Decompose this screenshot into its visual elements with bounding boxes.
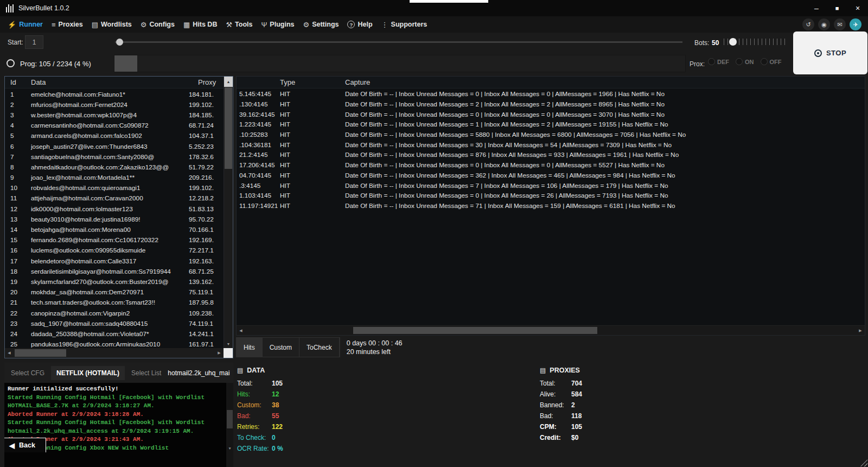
- table-row[interactable]: 17belendetoro@hotmail.com:Calle3317192.1…: [5, 256, 224, 266]
- cell-id: 14: [5, 226, 27, 234]
- progress-text: Prog: 105 / 2234 (4 %): [20, 60, 91, 68]
- cell-id: 22: [5, 310, 27, 317]
- table-row[interactable]: 20mokhdar_sa@hotmail.com:Dem27097175.119…: [5, 287, 224, 298]
- table-row[interactable]: 19skylarmcfarland270@outlook.com:Buster2…: [5, 276, 224, 287]
- selected-wordlist-button[interactable]: hotmail2.2k_uhq_mail_access: [168, 369, 230, 377]
- nav-item-settings[interactable]: ⚙Settings: [299, 19, 343, 30]
- prox-option-def[interactable]: DEF: [708, 58, 729, 65]
- scroll-right-button[interactable]: ▶: [215, 348, 224, 358]
- minimize-button[interactable]: –: [806, 0, 827, 16]
- table-row[interactable]: 11.197:14921HITDate Of Birth = -- | Inbo…: [237, 201, 865, 211]
- combo-table-body[interactable]: 1emelche@hotmail.com:Fiatuno1*184.181.2m…: [5, 89, 224, 348]
- table-row[interactable]: 8ahmedaitkadour@outlook.com:Zakaziko123@…: [5, 162, 224, 172]
- scroll-up-button[interactable]: ▲: [224, 77, 233, 87]
- vscroll-thumb[interactable]: [225, 87, 232, 169]
- scroll-left-button[interactable]: ◀: [5, 348, 14, 358]
- stop-button[interactable]: STOP: [793, 31, 867, 74]
- table-row[interactable]: 16luclems@outlook.com:090955diksmuide72.…: [5, 245, 224, 256]
- hscroll-thumb[interactable]: [15, 349, 66, 357]
- resize-grip[interactable]: [860, 459, 867, 466]
- stat-label: Banned:: [540, 401, 571, 409]
- table-row[interactable]: 1.103:4145HITDate Of Birth = -- | Inbox …: [237, 191, 865, 201]
- start-position-slider[interactable]: [115, 39, 682, 46]
- back-button[interactable]: ◀ Back: [4, 438, 46, 452]
- table-row[interactable]: .10:25283HITDate Of Birth = -- | Inbox U…: [237, 130, 865, 140]
- table-row[interactable]: 24dadada_250388@hotmail.com:Violeta07*14…: [5, 329, 224, 339]
- nav-item-supporters[interactable]: ⋮Supporters: [377, 19, 432, 30]
- log-scroll-thumb[interactable]: [227, 410, 233, 428]
- table-row[interactable]: 5armand.carels@hotmail.com:falco1902104.…: [5, 131, 224, 141]
- screenshot-button[interactable]: ◉: [818, 18, 830, 30]
- log-console[interactable]: Runner initialized succesfully!Started R…: [4, 383, 233, 467]
- cell-type: HIT: [280, 161, 345, 169]
- table-row[interactable]: 4carmensantinho@hotmail.com:Cs09087268.7…: [5, 121, 224, 131]
- combo-table-vscrollbar[interactable]: ▲ ▼: [224, 77, 233, 348]
- table-row[interactable]: 25pandukas1986@outlook.com:Arminukas2010…: [5, 339, 224, 349]
- table-row[interactable]: 3w.bester@hotmail.com:wpk1007p@4184.185.: [5, 110, 224, 120]
- table-row[interactable]: 21.2:4145HITDate Of Birth = -- | Inbox U…: [237, 150, 865, 160]
- combo-table-panel: IdDataProxy 1emelche@hotmail.com:Fiatuno…: [4, 76, 233, 358]
- cell-id: 7: [5, 153, 27, 161]
- telegram-button[interactable]: ✈: [850, 18, 861, 30]
- scroll-down-icon[interactable]: ▼: [226, 445, 233, 453]
- results-table-body[interactable]: 5.145:4145HITDate Of Birth = -- | Inbox …: [237, 89, 865, 325]
- bots-slider[interactable]: [724, 37, 787, 46]
- tab-custom[interactable]: Custom: [263, 337, 299, 357]
- nav-item-proxies[interactable]: ≡Proxies: [47, 19, 87, 30]
- nav-item-configs[interactable]: ⚙Configs: [136, 19, 179, 30]
- tab-tocheck[interactable]: ToCheck: [299, 337, 340, 357]
- scroll-left-button[interactable]: ◀: [237, 326, 245, 335]
- select-cfg-button[interactable]: Select CFG: [8, 367, 48, 380]
- log-scrollbar[interactable]: ▼: [226, 383, 233, 467]
- prox-option-on[interactable]: ON: [736, 58, 754, 65]
- table-row[interactable]: 39.162:4145HITDate Of Birth = -- | Inbox…: [237, 109, 865, 119]
- history-button[interactable]: ↺: [802, 18, 814, 30]
- prox-option-off[interactable]: OFF: [761, 58, 782, 65]
- table-row[interactable]: 5.145:4145HITDate Of Birth = -- | Inbox …: [237, 89, 865, 99]
- bots-slider-thumb-icon[interactable]: [729, 38, 737, 46]
- hscroll-thumb[interactable]: [353, 327, 597, 334]
- table-row[interactable]: 04.70:4145HITDate Of Birth = -- | Inbox …: [237, 171, 865, 181]
- combo-table-hscrollbar[interactable]: ◀ ▶: [5, 348, 224, 358]
- messages-button[interactable]: ✉: [834, 18, 846, 30]
- titlebar[interactable]: SilverBullet 1.0.2 – ■ ×: [0, 0, 868, 16]
- table-row[interactable]: 18serdariletisimbilgisayar@hotmail.com:S…: [5, 266, 224, 276]
- table-row[interactable]: 9joao_lex@hotmail.com:Mortadela1**209.21…: [5, 173, 224, 183]
- table-row[interactable]: 1emelche@hotmail.com:Fiatuno1*184.181.: [5, 89, 224, 99]
- nav-item-plugins[interactable]: ΨPlugins: [257, 19, 298, 30]
- table-row[interactable]: 13beauty3010@hotmail.de:justina16989!95.…: [5, 214, 224, 224]
- slider-thumb-icon[interactable]: [116, 39, 123, 46]
- table-row[interactable]: 7santiagobuelna@hotmail.com:Santy2080@17…: [5, 152, 224, 162]
- tab-hits[interactable]: Hits: [236, 337, 263, 357]
- table-row[interactable]: 6joseph_austin27@live.com:Thunder68435.2…: [5, 141, 224, 152]
- table-row[interactable]: 23sadq_1907@hotmail.com:sadq4088041574.1…: [5, 318, 224, 329]
- table-row[interactable]: 17.206:4145HITDate Of Birth = -- | Inbox…: [237, 160, 865, 171]
- table-row[interactable]: 12idk0000@hotmail.com:lolmaster12351.83.…: [5, 204, 224, 214]
- cell-proxy: .10:25283: [237, 131, 280, 138]
- cell-data: luclems@outlook.com:090955diksmuide: [27, 247, 189, 254]
- table-row[interactable]: .104:36181HITDate Of Birth = -- | Inbox …: [237, 140, 865, 150]
- scroll-right-button[interactable]: ▶: [856, 326, 865, 335]
- selected-config-button[interactable]: NETFLIX (HOTMAIL): [51, 366, 125, 380]
- table-row[interactable]: 22canopinza@hotmail.com:Vigarpin2109.238…: [5, 308, 224, 318]
- table-row[interactable]: 21tech.smart.traders@outlook.com:Tsmart2…: [5, 298, 224, 308]
- start-input[interactable]: [25, 35, 43, 49]
- maximize-button[interactable]: ■: [827, 0, 847, 16]
- nav-item-tools[interactable]: ⚒Tools: [221, 19, 257, 30]
- table-row[interactable]: 14betojahga@hotmail.com:Morena0070.166.1: [5, 224, 224, 235]
- table-row[interactable]: 15fernando.2689@hotmail.com:Cc1061720322…: [5, 235, 224, 245]
- table-row[interactable]: 2mfurios@hotmail.com:Fernet2024199.102.: [5, 99, 224, 110]
- table-row[interactable]: 10robvaldes@hotmail.com:quieroamagi1199.…: [5, 183, 224, 193]
- scroll-down-button[interactable]: ▼: [224, 339, 233, 348]
- table-row[interactable]: 11attjehaijma@hotmail.com:Caravan200012.…: [5, 193, 224, 204]
- table-row[interactable]: 1.223:4145HITDate Of Birth = -- | Inbox …: [237, 119, 865, 130]
- select-list-button[interactable]: Select List: [128, 367, 164, 380]
- close-button[interactable]: ×: [847, 0, 868, 16]
- table-row[interactable]: .3:4145HITDate Of Birth = -- | Inbox Unr…: [237, 180, 865, 191]
- results-table-hscrollbar[interactable]: ◀ ▶: [237, 325, 865, 335]
- nav-item-help[interactable]: ?Help: [343, 19, 376, 30]
- table-row[interactable]: .130:4145HITDate Of Birth = -- | Inbox U…: [237, 99, 865, 110]
- nav-item-wordlists[interactable]: ▤Wordlists: [87, 19, 136, 30]
- nav-item-hits-db[interactable]: ▦Hits DB: [179, 19, 221, 30]
- nav-item-runner[interactable]: ⚡Runner: [3, 19, 47, 30]
